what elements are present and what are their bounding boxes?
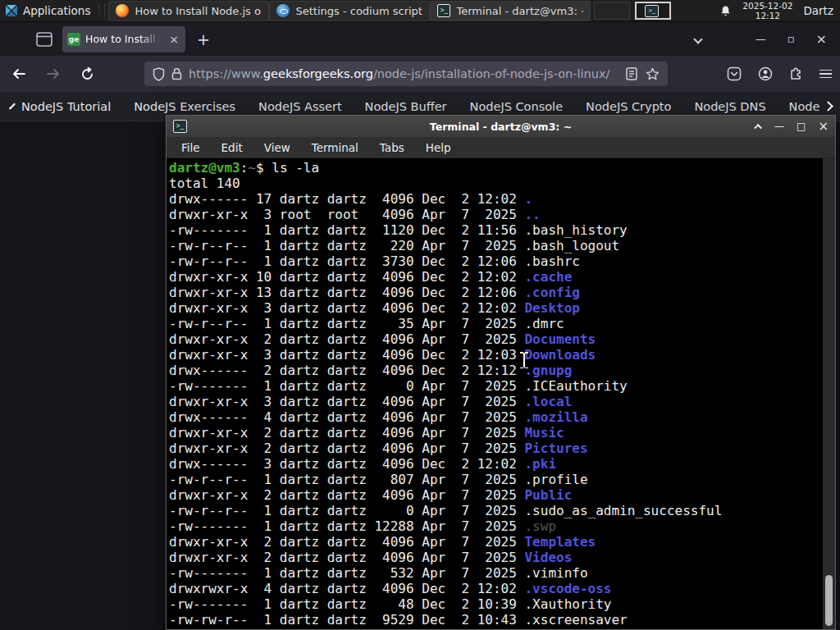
text-cursor-pointer	[519, 351, 528, 369]
terminal-minimize-button[interactable]: —	[774, 121, 784, 131]
terminal-line: -rw------- 1 dartz dartz 48 Dec 2 10:39 …	[169, 596, 835, 612]
task-label: Terminal - dartz@vm3: ~	[456, 5, 583, 17]
taskbar: How to Install Node.js o...Settings - co…	[108, 0, 591, 22]
user-menu[interactable]: Dartz	[803, 4, 833, 17]
desktop: Applications How to Install Node.js o...…	[0, 0, 840, 630]
terminal-line: drwxr-xr-x 2 dartz dartz 4096 Apr 7 2025…	[169, 331, 835, 347]
geeksforgeeks-favicon: ge	[67, 33, 80, 46]
terminal-line: drwxr-xr-x 13 dartz dartz 4096 Dec 2 12:…	[169, 285, 835, 300]
reload-button[interactable]	[80, 67, 103, 81]
nav-link-nodejs-buffer[interactable]: NodeJS Buffer	[365, 100, 447, 113]
terminal-line: -rw-r--r-- 1 dartz dartz 220 Apr 7 2025 …	[169, 238, 835, 253]
maximize-button[interactable]: ▫	[788, 33, 795, 45]
workspace-2-active[interactable]: >_	[635, 2, 671, 20]
terminal-line: -rw-r--r-- 1 dartz dartz 35 Apr 7 2025 .…	[169, 316, 835, 331]
browser-tab-active[interactable]: ge How to Install Node.js on ×	[62, 26, 185, 52]
terminal-line: -rw------- 1 dartz dartz 0 Apr 7 2025 .I…	[169, 378, 835, 394]
taskbar-button-firefox[interactable]: How to Install Node.js o...	[108, 1, 269, 21]
terminal-screen[interactable]: dartz@vm3:~$ ls -latotal 140drwx------ 1…	[167, 158, 835, 629]
reader-view-icon[interactable]	[626, 67, 637, 80]
minimize-button[interactable]: —	[756, 33, 766, 45]
terminal-title: Terminal - dartz@vm3: ~	[167, 121, 835, 133]
terminal-menu-help[interactable]: Help	[426, 141, 451, 154]
terminal-line: -rw-rw-r-- 1 dartz dartz 9529 Dec 2 10:4…	[169, 612, 835, 628]
tracking-protection-shield-icon[interactable]	[153, 67, 165, 81]
terminal-scrollbar[interactable]	[823, 158, 835, 629]
window-controls: — ▫ ×	[695, 31, 840, 47]
terminal-line: -rw------- 1 dartz dartz 1120 Dec 2 11:5…	[169, 222, 835, 238]
terminal-line: drwxr-xr-x 3 dartz dartz 4096 Dec 2 12:0…	[169, 347, 835, 363]
nav-link-nodejs-dns[interactable]: NodeJS DNS	[694, 100, 765, 113]
terminal-maximize-button[interactable]: □	[797, 121, 806, 131]
firefox-icon	[116, 4, 129, 17]
notification-bell-icon[interactable]	[719, 5, 732, 17]
terminal-total-line: total 140	[169, 176, 835, 191]
nav-link-nodejs-tutorial[interactable]: NodeJS Tutorial	[21, 100, 111, 113]
tab-bar: ge How to Install Node.js on × + — ▫ ×	[0, 22, 840, 56]
panel-clock[interactable]: 2025-12-02 12:12	[742, 1, 792, 21]
tab-title: How to Install Node.js on	[85, 33, 162, 45]
terminal-window: >_ Terminal - dartz@vm3: ~ — □ × FileEdi…	[166, 115, 836, 630]
extensions-icon[interactable]	[789, 66, 803, 81]
terminal-menubar: FileEditViewTerminalTabsHelp	[167, 137, 835, 158]
nav-scroll-left-icon[interactable]	[9, 103, 16, 110]
clock-time: 12:12	[742, 11, 792, 21]
pocket-icon[interactable]	[727, 66, 742, 81]
clock-date: 2025-12-02	[742, 1, 792, 11]
navigation-toolbar: https://www.geeksforgeeks.org/node-js/in…	[0, 56, 840, 92]
firefox-view-icon[interactable]	[36, 32, 52, 47]
back-button[interactable]	[11, 67, 34, 80]
nav-link-nodejs-console[interactable]: NodeJS Console	[470, 100, 564, 113]
nav-link-nodejs-crypto[interactable]: NodeJS Crypto	[586, 100, 671, 113]
account-icon[interactable]	[758, 66, 773, 81]
terminal-menu-tabs[interactable]: Tabs	[380, 141, 404, 154]
workspace-1[interactable]	[594, 2, 630, 20]
terminal-line: drwxr-xr-x 3 dartz dartz 4096 Apr 7 2025…	[169, 394, 835, 409]
panel-separator	[98, 4, 105, 17]
terminal-line: drwxr-xr-x 2 dartz dartz 4096 Apr 7 2025…	[169, 550, 835, 565]
terminal-titlebar[interactable]: >_ Terminal - dartz@vm3: ~ — □ ×	[167, 116, 835, 137]
terminal-line: drwxr-xr-x 2 dartz dartz 4096 Apr 7 2025…	[169, 534, 835, 550]
forward-button[interactable]	[46, 67, 69, 80]
terminal-prompt-line: dartz@vm3:~$ ls -la	[169, 160, 835, 176]
new-tab-button[interactable]: +	[197, 30, 210, 48]
terminal-line: drwx------ 17 dartz dartz 4096 Dec 2 12:…	[169, 191, 835, 207]
close-button[interactable]: ×	[816, 31, 827, 47]
terminal-menu-view[interactable]: View	[264, 141, 290, 154]
nav-link-node[interactable]: Node	[789, 100, 820, 113]
vscodium-icon	[276, 4, 290, 17]
taskbar-button-codium[interactable]: Settings - codium script...	[269, 1, 430, 21]
url-bar[interactable]: https://www.geeksforgeeks.org/node-js/in…	[144, 62, 668, 86]
app-menu-icon[interactable]	[819, 67, 832, 81]
list-all-tabs-icon[interactable]	[693, 34, 702, 43]
terminal-line: drwxr-xr-x 3 root root 4096 Apr 7 2025 .…	[169, 207, 835, 222]
nav-link-nodejs-assert[interactable]: NodeJS Assert	[258, 100, 342, 113]
terminal-line: drwxr-xr-x 3 dartz dartz 4096 Dec 2 12:0…	[169, 300, 835, 316]
bookmark-star-icon[interactable]	[646, 67, 660, 81]
scrollbar-thumb[interactable]	[825, 575, 833, 626]
tab-close-icon[interactable]: ×	[167, 33, 180, 46]
applications-menu-button[interactable]: Applications	[0, 0, 98, 22]
panel-status-area: 2025-12-02 12:12 Dartz	[719, 1, 840, 21]
terminal-line: drwx------ 2 dartz dartz 4096 Dec 2 12:1…	[169, 363, 835, 378]
terminal-line: -rw------- 1 dartz dartz 12288 Apr 7 202…	[169, 518, 835, 534]
terminal-line: drwx------ 4 dartz dartz 4096 Apr 7 2025…	[169, 409, 835, 425]
nav-link-nodejs-exercises[interactable]: NodeJS Exercises	[134, 100, 235, 113]
terminal-line: drwxrwxr-x 4 dartz dartz 4096 Dec 2 12:0…	[169, 581, 835, 596]
terminal-line: drwxr-xr-x 2 dartz dartz 4096 Apr 7 2025…	[169, 487, 835, 503]
terminal-menu-file[interactable]: File	[181, 141, 200, 154]
terminal-menu-terminal[interactable]: Terminal	[312, 141, 358, 154]
terminal-icon: >_	[437, 4, 450, 17]
taskbar-button-terminal[interactable]: >_Terminal - dartz@vm3: ~	[430, 1, 591, 21]
terminal-line: -rw-r--r-- 1 dartz dartz 3730 Dec 2 12:0…	[169, 253, 835, 269]
lock-icon[interactable]	[171, 67, 182, 80]
workspace-pager[interactable]: >_	[594, 2, 671, 20]
terminal-line: -rw------- 1 dartz dartz 532 Apr 7 2025 …	[169, 565, 835, 581]
url-text: https://www.geeksforgeeks.org/node-js/in…	[189, 67, 619, 80]
terminal-menu-edit[interactable]: Edit	[221, 141, 243, 154]
nav-scroll-right-icon[interactable]	[824, 101, 834, 112]
terminal-line: -rw-r--r-- 1 dartz dartz 0 Apr 7 2025 .s…	[169, 503, 835, 518]
xfce-logo-icon	[5, 4, 18, 17]
terminal-close-button[interactable]: ×	[818, 121, 829, 133]
terminal-line: drwxr-xr-x 10 dartz dartz 4096 Dec 2 12:…	[169, 269, 835, 285]
